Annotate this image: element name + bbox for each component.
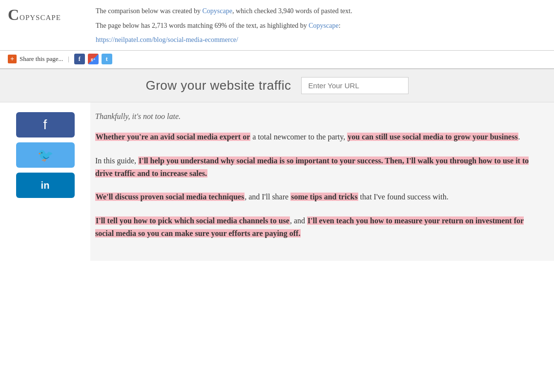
googleplus-share-button[interactable]: g+ <box>88 54 99 64</box>
ad-banner: Grow your website traffic <box>0 69 554 102</box>
matching-url-line: https://neilpatel.com/blog/social-media-… <box>96 35 546 45</box>
header-line1: The comparison below was created by Copy… <box>96 6 546 17</box>
paragraph3-end: that I've found success with. <box>358 193 449 201</box>
url-input[interactable] <box>301 77 409 94</box>
intro-paragraph: Thankfully, it's not too late. <box>95 112 539 121</box>
facebook-share-button[interactable]: f <box>74 54 85 64</box>
twitter-icon: 🐦 <box>38 148 53 163</box>
matching-url-link[interactable]: https://neilpatel.com/blog/social-media-… <box>96 36 238 43</box>
share-text: Share this page... <box>20 55 63 63</box>
share-plus-icon: + <box>8 55 17 63</box>
copyscape-link1[interactable]: Copyscape <box>202 7 232 15</box>
copyscape-link2[interactable]: Copyscape <box>308 22 338 29</box>
paragraph-2: In this guide, I'll help you understand … <box>95 155 539 180</box>
copyscape-logo: Copyscape <box>8 6 86 24</box>
paragraph3-highlight1: We'll discuss proven social media techni… <box>95 193 245 201</box>
paragraph-4: I'll tell you how to pick which social m… <box>95 215 539 240</box>
paragraph-1: Whether you're an avid social media expe… <box>95 131 539 143</box>
twitter-share-button[interactable]: t <box>102 54 112 64</box>
twitter-sidebar-button[interactable]: 🐦 <box>16 142 75 168</box>
paragraph1-highlight1: Whether you're an avid social media expe… <box>95 133 250 141</box>
share-bar: + Share this page... | f g+ t <box>0 51 554 69</box>
facebook-icon: f <box>43 117 47 133</box>
content-wrapper: f 🐦 in Thankfully, it's not too late. Wh… <box>0 102 554 260</box>
paragraph1-mid: a total newcomer to the party, <box>250 133 347 141</box>
header: Copyscape The comparison below was creat… <box>0 0 554 51</box>
linkedin-icon: in <box>41 180 50 191</box>
paragraph4-mid: , and <box>290 216 307 225</box>
paragraph-3: We'll discuss proven social media techni… <box>95 191 539 203</box>
paragraph3-mid: , and I'll share <box>245 193 290 201</box>
header-line2: The page below has 2,713 words matching … <box>96 20 546 31</box>
paragraph2-pre: In this guide, <box>95 157 138 165</box>
facebook-sidebar-button[interactable]: f <box>16 112 75 137</box>
header-description: The comparison below was created by Copy… <box>96 6 546 45</box>
linkedin-sidebar-button[interactable]: in <box>16 173 75 198</box>
sidebar: f 🐦 in <box>0 102 90 260</box>
paragraph3-highlight2: some tips and tricks <box>290 193 358 201</box>
ad-grow-text: Grow your website traffic <box>145 78 291 93</box>
separator: | <box>68 55 69 63</box>
main-content: Thankfully, it's not too late. Whether y… <box>90 102 554 260</box>
paragraph2-highlight: I'll help you understand why social medi… <box>95 157 529 177</box>
paragraph1-end: . <box>518 133 520 141</box>
paragraph4-highlight1: I'll tell you how to pick which social m… <box>95 216 290 225</box>
paragraph1-highlight2: you can still use social media to grow y… <box>347 133 518 141</box>
logo-area: Copyscape <box>8 6 86 24</box>
